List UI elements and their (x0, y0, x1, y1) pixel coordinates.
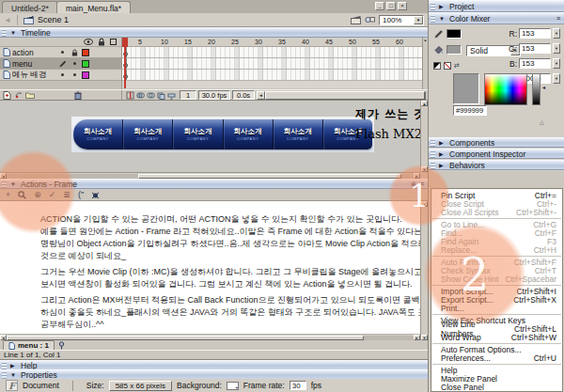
frames-row-menu-bg[interactable] (122, 70, 422, 81)
back-icon[interactable]: ◄ (4, 16, 11, 24)
layer-outline-color[interactable] (82, 60, 89, 68)
scroll-down-icon[interactable]: ▼ (421, 166, 428, 172)
script-v-scrollbar[interactable]: ▲ ▼ (420, 201, 428, 340)
stage-h-scrollbar[interactable]: ◄ ► (0, 172, 420, 179)
stepper-icon[interactable]: ▼ (553, 73, 560, 84)
layer-outline-color[interactable] (82, 49, 89, 56)
collapse-closed-icon[interactable]: ▶ (439, 150, 446, 157)
collapse-closed-icon[interactable]: ▶ (439, 162, 446, 168)
layer-outline-color[interactable] (82, 71, 89, 79)
project-panel-header[interactable]: ▶ Project (429, 0, 564, 12)
component-inspector-panel-header[interactable]: ▶ Component Inspector (429, 149, 564, 159)
stepper-icon[interactable]: ▼ (553, 28, 560, 39)
stage-navbar-artwork[interactable]: 회사소개 COMPANY 회사소개 COMPANY 회사소개 COMPANY 회… (71, 117, 374, 152)
brightness-slider[interactable] (532, 73, 540, 105)
lock-layers-icon[interactable] (98, 38, 105, 46)
menu-item-preferences[interactable]: Preferences...Ctrl+U (431, 353, 562, 362)
show-code-hint-icon[interactable]: (" (78, 190, 84, 199)
debug-options-icon[interactable] (91, 191, 100, 199)
auto-format-icon[interactable]: ≣ (63, 190, 70, 199)
insert-layer-folder-icon[interactable] (25, 91, 35, 99)
find-icon[interactable] (18, 191, 26, 199)
minimize-icon[interactable]: _ (375, 2, 384, 10)
restore-icon[interactable]: □ (386, 2, 396, 10)
layer-visible-dot[interactable] (73, 62, 76, 65)
g-input[interactable]: 153 (519, 43, 551, 54)
zoom-select[interactable]: 100% ▼ (379, 15, 424, 25)
edit-scene-icon[interactable] (351, 15, 361, 24)
r-input[interactable]: 153 (519, 28, 551, 39)
menu-item-print[interactable]: Print... (431, 304, 562, 312)
scroll-left-icon[interactable]: ◄ (257, 91, 265, 100)
show-hide-layers-eye-icon[interactable] (84, 39, 93, 45)
framerate-input[interactable]: 30 (290, 381, 306, 390)
onion-skin-icon[interactable] (136, 91, 145, 100)
layer-name[interactable]: action (12, 48, 55, 57)
frame-rate-field[interactable]: 30.0 fps (198, 90, 230, 100)
layer-name[interactable]: menu (12, 59, 55, 69)
script-h-scrollbar[interactable]: ◄ ► (0, 334, 420, 340)
collapse-closed-icon[interactable]: ▶ (10, 362, 18, 368)
collapse-arrow-icon[interactable]: △ (540, 118, 544, 125)
frames-row-action[interactable] (122, 47, 422, 58)
modify-onion-markers-icon[interactable] (167, 91, 176, 100)
swap-colors-icon[interactable]: ⇄ (454, 62, 460, 70)
collapse-open-icon[interactable]: ▼ (10, 372, 18, 378)
doc-tab-main-menu[interactable]: main_Menu.fla* (56, 1, 131, 13)
panel-options-menu-icon[interactable]: ≡ (556, 15, 560, 22)
timeline-ruler[interactable]: 1 5 10 15 20 25 30 35 40 45 50 55 60 (122, 38, 422, 47)
collapse-closed-icon[interactable]: ▶ (439, 139, 446, 146)
close-icon[interactable]: × (398, 2, 407, 10)
timeline-h-scrollbar[interactable]: ◄ ► (257, 90, 426, 100)
collapse-open-icon[interactable]: ▼ (10, 30, 18, 36)
add-statement-icon[interactable]: + (6, 190, 10, 199)
stepper-icon[interactable]: ▼ (553, 43, 560, 54)
pin-script-icon[interactable] (57, 341, 66, 350)
script-pane[interactable]: ACTION을 기입할 수 있는 공간이며, 어떤 ACTION을 넣을 수 있… (0, 201, 420, 334)
nav-button-company[interactable]: 회사소개 COMPANY (224, 119, 274, 149)
nav-button-company[interactable]: 회사소개 COMPANY (123, 119, 173, 149)
insert-layer-icon[interactable] (3, 91, 11, 100)
layer-visible-dot[interactable] (61, 73, 64, 76)
menu-item-close-panel[interactable]: Close Panel (431, 383, 562, 391)
components-panel-header[interactable]: ▶ Components (429, 137, 564, 148)
stroke-color-pencil-icon[interactable] (434, 29, 444, 39)
fill-color-bucket-icon[interactable] (434, 45, 444, 55)
frame-area[interactable]: 1 5 10 15 20 25 30 35 40 45 50 55 60 (122, 38, 422, 89)
center-frame-icon[interactable] (126, 91, 134, 100)
nav-button-company[interactable]: 회사소개 COMPANY (73, 119, 123, 149)
collapse-open-icon[interactable]: ▼ (439, 16, 446, 22)
hex-color-input[interactable]: #999999 (453, 105, 487, 116)
scroll-up-icon[interactable]: ▲ (421, 101, 428, 106)
scroll-up-icon[interactable]: ▲ (424, 38, 428, 42)
stage-area[interactable]: 회사소개 COMPANY 회사소개 COMPANY 회사소개 COMPANY 회… (0, 101, 428, 179)
scene-label[interactable]: Scene 1 (38, 15, 69, 24)
default-colors-icon[interactable] (433, 62, 441, 70)
fill-color-swatch[interactable] (446, 45, 462, 55)
add-motion-guide-icon[interactable] (14, 91, 23, 100)
frames-row-menu[interactable] (122, 58, 422, 70)
stage-v-scrollbar[interactable]: ▲ ▼ (420, 101, 428, 172)
elapsed-time-field[interactable]: 0.0s (232, 90, 255, 100)
timeline-panel-header[interactable]: ▼ Timeline (0, 27, 428, 38)
insert-target-path-icon[interactable]: ⊕ (34, 190, 41, 199)
color-mixer-panel-header[interactable]: ▼ Color Mixer ≡ (429, 12, 564, 24)
layer-lock-icon[interactable] (70, 49, 80, 56)
b-input[interactable]: 153 (519, 58, 551, 69)
layer-name[interactable]: 메뉴 배경 (12, 70, 55, 81)
background-color-swatch[interactable]: ▼ (227, 382, 239, 390)
layer-row-action[interactable]: action (0, 47, 121, 58)
edit-multiple-frames-icon[interactable] (157, 91, 165, 100)
slider-arrow-icon[interactable]: ◄ (541, 85, 546, 90)
stroke-color-swatch[interactable] (446, 29, 462, 39)
layer-unlock-dot[interactable] (73, 73, 76, 76)
panel-options-menu-icon[interactable]: ≡ (420, 180, 424, 187)
current-frame-field[interactable]: 1 (180, 90, 196, 100)
edit-symbol-icon[interactable] (365, 15, 375, 24)
check-syntax-icon[interactable]: ✓ (49, 190, 56, 199)
view-options-icon[interactable]: ≣ (411, 180, 416, 188)
layer-visible-dot[interactable] (61, 51, 64, 54)
size-button[interactable]: 585 x 66 pixels (109, 381, 172, 391)
behaviors-panel-header[interactable]: ▶ Behaviors (429, 160, 564, 170)
doc-tab-untitled[interactable]: Untitled-2* (2, 1, 58, 13)
